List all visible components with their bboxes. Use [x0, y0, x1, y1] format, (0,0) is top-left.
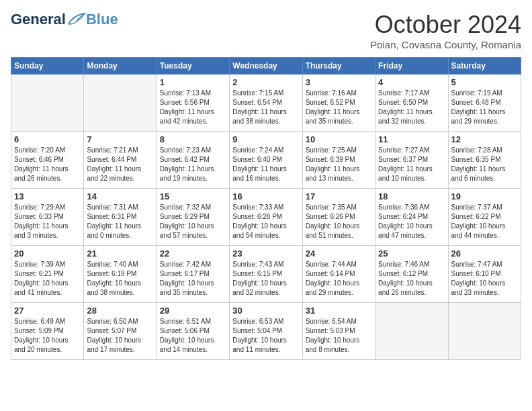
calendar-cell: 24Sunrise: 7:44 AM Sunset: 6:14 PM Dayli…: [302, 246, 375, 303]
day-info: Sunrise: 7:17 AM Sunset: 6:50 PM Dayligh…: [378, 89, 445, 126]
calendar-cell: 9Sunrise: 7:24 AM Sunset: 6:40 PM Daylig…: [230, 132, 302, 189]
calendar-cell: 8Sunrise: 7:23 AM Sunset: 6:42 PM Daylig…: [157, 132, 229, 189]
day-number: 22: [160, 248, 226, 259]
day-number: 19: [451, 191, 518, 201]
calendar-table: SundayMondayTuesdayWednesdayThursdayFrid…: [11, 57, 521, 360]
day-info: Sunrise: 7:13 AM Sunset: 6:56 PM Dayligh…: [160, 89, 226, 126]
day-number: 28: [87, 306, 153, 316]
calendar-cell: 31Sunrise: 6:54 AM Sunset: 5:03 PM Dayli…: [302, 303, 375, 360]
calendar-week-row: 6Sunrise: 7:20 AM Sunset: 6:46 PM Daylig…: [11, 132, 521, 189]
day-number: 23: [232, 248, 299, 259]
calendar-cell: 5Sunrise: 7:19 AM Sunset: 6:48 PM Daylig…: [448, 75, 521, 132]
day-number: 7: [87, 134, 153, 144]
calendar-cell: 18Sunrise: 7:36 AM Sunset: 6:24 PM Dayli…: [375, 189, 448, 246]
calendar-cell: 22Sunrise: 7:42 AM Sunset: 6:17 PM Dayli…: [157, 246, 229, 303]
day-number: 2: [232, 77, 299, 87]
calendar-cell: [84, 75, 157, 132]
weekday-header-thursday: Thursday: [302, 58, 375, 75]
day-number: 27: [14, 306, 81, 316]
day-number: 1: [160, 77, 226, 87]
day-info: Sunrise: 6:50 AM Sunset: 5:07 PM Dayligh…: [87, 317, 153, 355]
weekday-header-row: SundayMondayTuesdayWednesdayThursdayFrid…: [11, 58, 521, 75]
day-info: Sunrise: 7:42 AM Sunset: 6:17 PM Dayligh…: [160, 260, 226, 298]
day-info: Sunrise: 7:23 AM Sunset: 6:42 PM Dayligh…: [160, 146, 226, 183]
day-number: 4: [378, 77, 445, 87]
location-text: Poian, Covasna County, Romania: [370, 39, 521, 50]
day-info: Sunrise: 7:32 AM Sunset: 6:29 PM Dayligh…: [160, 203, 226, 240]
weekday-header-tuesday: Tuesday: [157, 58, 229, 75]
day-number: 31: [306, 306, 372, 316]
day-info: Sunrise: 7:35 AM Sunset: 6:26 PM Dayligh…: [306, 203, 372, 240]
day-info: Sunrise: 7:47 AM Sunset: 6:10 PM Dayligh…: [451, 260, 518, 298]
day-number: 6: [14, 134, 81, 144]
weekday-header-saturday: Saturday: [448, 58, 521, 75]
day-number: 10: [306, 134, 372, 144]
day-number: 14: [87, 191, 153, 201]
calendar-cell: [375, 303, 448, 360]
day-info: Sunrise: 7:37 AM Sunset: 6:22 PM Dayligh…: [451, 203, 518, 240]
day-info: Sunrise: 7:39 AM Sunset: 6:21 PM Dayligh…: [14, 260, 81, 298]
calendar-cell: 12Sunrise: 7:28 AM Sunset: 6:35 PM Dayli…: [448, 132, 521, 189]
day-number: 18: [378, 191, 445, 201]
weekday-header-sunday: Sunday: [11, 58, 84, 75]
day-info: Sunrise: 7:21 AM Sunset: 6:44 PM Dayligh…: [87, 146, 153, 183]
calendar-cell: 20Sunrise: 7:39 AM Sunset: 6:21 PM Dayli…: [11, 246, 84, 303]
calendar-cell: 11Sunrise: 7:27 AM Sunset: 6:37 PM Dayli…: [375, 132, 448, 189]
day-number: 11: [378, 134, 445, 144]
calendar-cell: 16Sunrise: 7:33 AM Sunset: 6:28 PM Dayli…: [230, 189, 302, 246]
calendar-cell: [448, 303, 521, 360]
day-info: Sunrise: 7:46 AM Sunset: 6:12 PM Dayligh…: [378, 260, 445, 298]
calendar-cell: 28Sunrise: 6:50 AM Sunset: 5:07 PM Dayli…: [84, 303, 157, 360]
day-info: Sunrise: 7:24 AM Sunset: 6:40 PM Dayligh…: [232, 146, 299, 183]
calendar-cell: 21Sunrise: 7:40 AM Sunset: 6:19 PM Dayli…: [84, 246, 157, 303]
day-number: 16: [232, 191, 299, 201]
day-info: Sunrise: 7:36 AM Sunset: 6:24 PM Dayligh…: [378, 203, 445, 240]
month-title: October 2024: [370, 11, 521, 39]
calendar-cell: 1Sunrise: 7:13 AM Sunset: 6:56 PM Daylig…: [157, 75, 229, 132]
logo-bird-icon: [67, 12, 86, 27]
calendar-cell: 3Sunrise: 7:16 AM Sunset: 6:52 PM Daylig…: [302, 75, 375, 132]
day-info: Sunrise: 7:43 AM Sunset: 6:15 PM Dayligh…: [232, 260, 299, 298]
calendar-cell: 13Sunrise: 7:29 AM Sunset: 6:33 PM Dayli…: [11, 189, 84, 246]
calendar-cell: 14Sunrise: 7:31 AM Sunset: 6:31 PM Dayli…: [84, 189, 157, 246]
page-header: General Blue October 2024 Poian, Covasna…: [11, 11, 521, 50]
day-info: Sunrise: 7:40 AM Sunset: 6:19 PM Dayligh…: [87, 260, 153, 298]
day-info: Sunrise: 7:33 AM Sunset: 6:28 PM Dayligh…: [232, 203, 299, 240]
day-number: 21: [87, 248, 153, 259]
day-info: Sunrise: 7:16 AM Sunset: 6:52 PM Dayligh…: [306, 89, 372, 126]
day-info: Sunrise: 6:53 AM Sunset: 5:04 PM Dayligh…: [232, 317, 299, 355]
weekday-header-wednesday: Wednesday: [230, 58, 302, 75]
day-number: 9: [232, 134, 299, 144]
title-section: October 2024 Poian, Covasna County, Roma…: [370, 11, 521, 50]
day-number: 20: [14, 248, 81, 259]
calendar-week-row: 1Sunrise: 7:13 AM Sunset: 6:56 PM Daylig…: [11, 75, 521, 132]
day-number: 8: [160, 134, 226, 144]
calendar-cell: 7Sunrise: 7:21 AM Sunset: 6:44 PM Daylig…: [84, 132, 157, 189]
day-info: Sunrise: 7:19 AM Sunset: 6:48 PM Dayligh…: [451, 89, 518, 126]
calendar-cell: 29Sunrise: 6:51 AM Sunset: 5:06 PM Dayli…: [157, 303, 229, 360]
day-number: 3: [306, 77, 372, 87]
day-info: Sunrise: 7:20 AM Sunset: 6:46 PM Dayligh…: [14, 146, 81, 183]
calendar-cell: 30Sunrise: 6:53 AM Sunset: 5:04 PM Dayli…: [230, 303, 302, 360]
calendar-cell: [11, 75, 84, 132]
calendar-week-row: 20Sunrise: 7:39 AM Sunset: 6:21 PM Dayli…: [11, 246, 521, 303]
day-number: 25: [378, 248, 445, 259]
day-number: 5: [451, 77, 518, 87]
day-info: Sunrise: 7:29 AM Sunset: 6:33 PM Dayligh…: [14, 203, 81, 240]
day-info: Sunrise: 7:15 AM Sunset: 6:54 PM Dayligh…: [232, 89, 299, 126]
logo-blue-text: Blue: [86, 11, 118, 28]
calendar-week-row: 13Sunrise: 7:29 AM Sunset: 6:33 PM Dayli…: [11, 189, 521, 246]
day-number: 26: [451, 248, 518, 259]
weekday-header-monday: Monday: [84, 58, 157, 75]
day-info: Sunrise: 6:51 AM Sunset: 5:06 PM Dayligh…: [160, 317, 226, 355]
day-info: Sunrise: 6:54 AM Sunset: 5:03 PM Dayligh…: [306, 317, 372, 355]
day-number: 17: [306, 191, 372, 201]
calendar-cell: 10Sunrise: 7:25 AM Sunset: 6:39 PM Dayli…: [302, 132, 375, 189]
day-info: Sunrise: 7:27 AM Sunset: 6:37 PM Dayligh…: [378, 146, 445, 183]
calendar-cell: 2Sunrise: 7:15 AM Sunset: 6:54 PM Daylig…: [230, 75, 302, 132]
calendar-cell: 26Sunrise: 7:47 AM Sunset: 6:10 PM Dayli…: [448, 246, 521, 303]
day-info: Sunrise: 7:44 AM Sunset: 6:14 PM Dayligh…: [306, 260, 372, 298]
day-number: 30: [232, 306, 299, 316]
calendar-cell: 25Sunrise: 7:46 AM Sunset: 6:12 PM Dayli…: [375, 246, 448, 303]
day-number: 15: [160, 191, 226, 201]
